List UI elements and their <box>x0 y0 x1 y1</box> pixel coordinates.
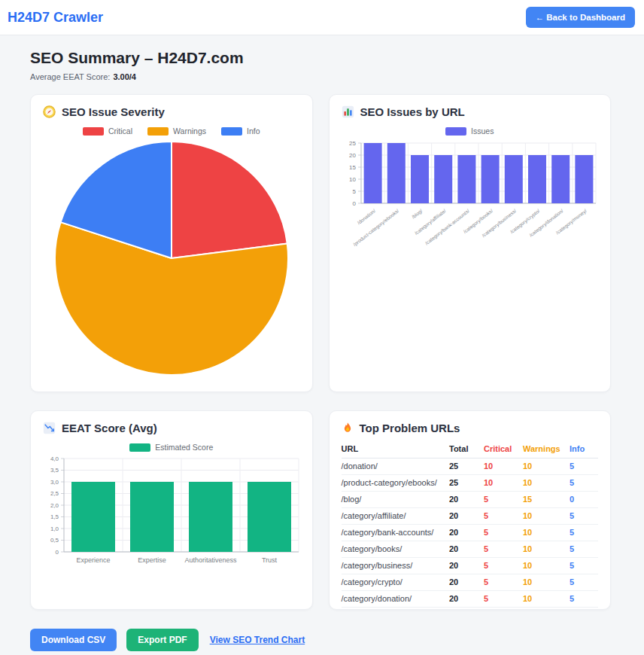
value-cell: 5 <box>570 475 598 492</box>
bar <box>481 155 499 203</box>
top-problem-urls-table: URL Total Critical Warnings Info /donati… <box>342 442 599 610</box>
y-tick-label: 3,5 <box>50 467 59 474</box>
back-to-dashboard-button[interactable]: ← Back to Dashboard <box>526 7 636 28</box>
export-pdf-button[interactable]: Export PDF <box>126 629 198 651</box>
col-header-critical: Critical <box>484 442 523 458</box>
x-tick-label: Trust <box>262 556 278 564</box>
eeat-bar-chart: 4,03,53,02,52,01,51,00,50ExperienceExper… <box>43 455 302 568</box>
value-cell: 5 <box>570 458 598 475</box>
table-row: /category/crypto/205105 <box>342 574 599 591</box>
avg-eeat-score-value: 3.00/4 <box>113 72 136 81</box>
value-cell: 5 <box>570 591 598 608</box>
url-cell: /category/affiliate/ <box>342 508 450 525</box>
y-tick-label: 0 <box>352 200 356 207</box>
value-cell: 20 <box>449 508 484 525</box>
legend-label-warnings: Warnings <box>173 126 206 136</box>
value-cell: 10 <box>484 458 523 475</box>
compass-icon <box>43 105 56 118</box>
value-cell: 20 <box>449 608 484 611</box>
legend-item-warnings: Warnings <box>147 126 206 136</box>
value-cell: 20 <box>449 574 484 591</box>
y-tick-label: 2,0 <box>50 502 59 509</box>
value-cell: 5 <box>570 508 598 525</box>
table-row: /product-category/ebooks/2510105 <box>342 475 599 492</box>
y-tick-label: 0 <box>56 549 59 556</box>
bar <box>71 482 115 552</box>
bar <box>457 155 475 203</box>
table-row: /donation/2510105 <box>342 458 599 475</box>
eeat-card: EEAT Score (Avg) Estimated Score 4,03,53… <box>30 410 313 610</box>
severity-card-title: SEO Issue Severity <box>43 105 300 118</box>
y-tick-label: 5 <box>352 188 356 195</box>
legend-swatch-issues <box>445 127 466 136</box>
issues-by-url-card: SEO Issues by URL Issues 2520151050/dona… <box>329 94 612 392</box>
table-row: /blog/205150 <box>342 492 599 508</box>
value-cell: 10 <box>523 541 570 558</box>
value-cell: 10 <box>523 458 570 475</box>
eeat-legend: Estimated Score <box>43 443 300 452</box>
value-cell: 5 <box>484 608 523 611</box>
issues-chart-wrap: 2520151050/donation//product-category/eb… <box>342 139 599 260</box>
x-tick-label: Expertise <box>138 556 166 564</box>
y-tick-label: 10 <box>349 176 356 183</box>
value-cell: 20 <box>449 558 484 574</box>
page-title: SEO Summary – H24D7.com <box>30 49 611 67</box>
col-header-info: Info <box>570 442 598 458</box>
table-row: /category/donation/205105 <box>342 591 599 608</box>
bar <box>411 155 429 203</box>
bar <box>551 155 570 203</box>
top-urls-card-title-text: Top Problem URLs <box>360 422 460 434</box>
url-cell: /donation/ <box>342 458 450 475</box>
bar <box>528 155 546 203</box>
avg-eeat-score-line: Average EEAT Score:3.00/4 <box>30 72 611 81</box>
value-cell: 10 <box>523 508 570 525</box>
chart-decreasing-icon <box>43 422 56 434</box>
bar <box>387 143 405 203</box>
value-cell: 5 <box>570 574 598 591</box>
value-cell: 5 <box>484 574 523 591</box>
severity-legend: Critical Warnings Info <box>43 126 300 136</box>
legend-label-info: Info <box>247 126 260 136</box>
issues-bar-chart: 2520151050/donation//product-category/eb… <box>342 139 600 257</box>
url-cell: /category/books/ <box>342 541 450 558</box>
value-cell: 10 <box>523 475 570 492</box>
y-tick-label: 1,0 <box>50 526 59 532</box>
bar <box>504 155 522 203</box>
legend-swatch-critical <box>83 127 104 136</box>
value-cell: 25 <box>449 458 484 475</box>
issues-legend: Issues <box>342 126 599 136</box>
value-cell: 15 <box>523 492 570 508</box>
value-cell: 20 <box>449 525 484 541</box>
table-header-row: URL Total Critical Warnings Info <box>342 442 599 458</box>
x-tick-label: /product-category/ebooks/ <box>351 208 399 248</box>
main-content: SEO Summary – H24D7.com Average EEAT Sco… <box>0 35 644 655</box>
value-cell: 5 <box>570 558 598 574</box>
top-bar: H24D7 Crawler ← Back to Dashboard <box>0 0 644 35</box>
legend-label-issues: Issues <box>471 126 494 136</box>
value-cell: 10 <box>523 608 570 611</box>
y-tick-label: 15 <box>349 164 356 171</box>
legend-label-estimated-score: Estimated Score <box>155 443 213 452</box>
seo-trend-chart-link[interactable]: View SEO Trend Chart <box>210 635 305 645</box>
footer-actions: Download CSV Export PDF View SEO Trend C… <box>30 629 611 651</box>
download-csv-button[interactable]: Download CSV <box>30 629 117 651</box>
app-title: H24D7 Crawler <box>8 10 103 26</box>
bar <box>434 155 452 203</box>
legend-swatch-info <box>221 127 242 136</box>
table-row: /category/bank-accounts/205105 <box>342 525 599 541</box>
legend-item-estimated-score: Estimated Score <box>129 443 213 452</box>
fire-icon <box>342 422 354 434</box>
value-cell: 5 <box>484 525 523 541</box>
y-tick-label: 0,5 <box>50 537 59 544</box>
value-cell: 10 <box>523 591 570 608</box>
x-tick-label: /category/bank-accounts/ <box>424 208 470 246</box>
severity-card-title-text: SEO Issue Severity <box>62 105 165 118</box>
url-cell: /category/business/ <box>342 558 450 574</box>
legend-label-critical: Critical <box>108 126 132 136</box>
value-cell: 5 <box>484 591 523 608</box>
avg-eeat-score-label: Average EEAT Score: <box>30 72 110 81</box>
value-cell: 5 <box>570 525 598 541</box>
severity-pie-chart <box>53 140 290 376</box>
bar <box>189 482 232 552</box>
pie-slice-critical <box>172 142 287 258</box>
